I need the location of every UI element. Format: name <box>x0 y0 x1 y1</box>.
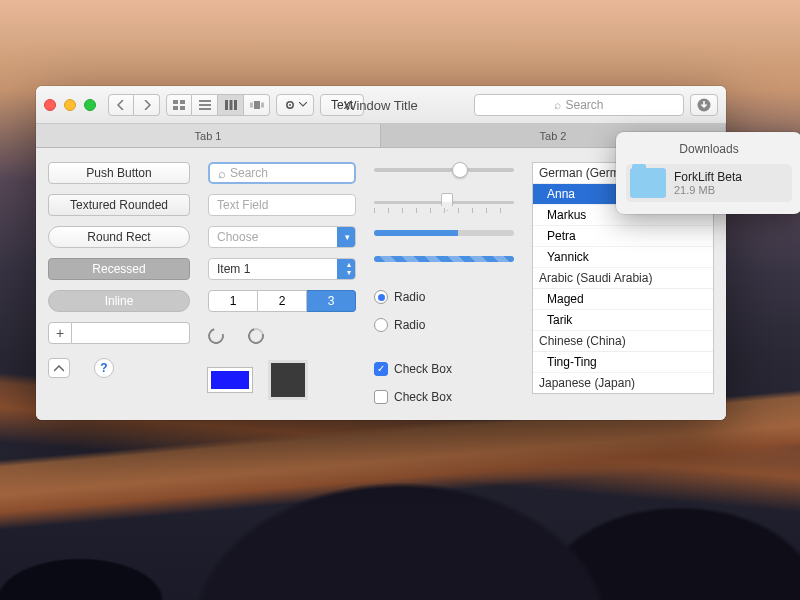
radio-icon <box>374 318 388 332</box>
slider[interactable] <box>374 162 514 178</box>
text-button[interactable]: Text <box>320 94 364 116</box>
bottom-row: ? <box>48 358 190 378</box>
push-button[interactable]: Push Button <box>48 162 190 184</box>
controls-column: Radio Radio Check Box Check Box <box>374 162 514 404</box>
round-rect-button[interactable]: Round Rect <box>48 226 190 248</box>
downloads-button[interactable] <box>690 94 718 116</box>
inputs-column: Search Text Field Choose ▾ Item 1 ▴▾ 1 2… <box>208 162 356 404</box>
search-placeholder: Search <box>230 166 268 180</box>
search-input[interactable]: Search <box>208 162 356 184</box>
list-item[interactable]: Tarik <box>533 310 713 331</box>
radio-label: Radio <box>394 290 425 304</box>
checkbox-icon <box>374 390 388 404</box>
progress-bar <box>374 230 514 236</box>
recessed-button[interactable]: Recessed <box>48 258 190 280</box>
slider-track <box>374 168 514 172</box>
view-coverflow-icon[interactable] <box>244 94 270 116</box>
close-icon[interactable] <box>44 99 56 111</box>
checkbox-1[interactable]: Check Box <box>374 362 514 376</box>
add-row: + <box>48 322 190 344</box>
svg-rect-10 <box>254 101 260 109</box>
back-button[interactable] <box>108 94 134 116</box>
slider-thumb[interactable] <box>452 162 468 178</box>
svg-rect-0 <box>173 100 178 104</box>
view-list-icon[interactable] <box>192 94 218 116</box>
svg-rect-2 <box>173 106 178 110</box>
svg-rect-8 <box>229 100 232 110</box>
slider-ticks[interactable] <box>374 194 514 210</box>
toolbar-search-input[interactable]: ⌕ Search <box>474 94 684 116</box>
radio-2[interactable]: Radio <box>374 318 514 332</box>
chevron-up-icon <box>54 365 64 372</box>
progress-circle-icon <box>245 325 267 347</box>
segment-1[interactable]: 1 <box>208 290 258 312</box>
textured-rounded-button[interactable]: Textured Rounded <box>48 194 190 216</box>
progress-fill <box>374 230 458 236</box>
progress-fill <box>374 256 514 262</box>
downloads-popover: Downloads ForkLift Beta 21.9 MB <box>616 132 800 214</box>
checkbox-label: Check Box <box>394 362 452 376</box>
toolbar-search-placeholder: Search <box>565 98 603 112</box>
segment-3[interactable]: 3 <box>307 290 356 312</box>
svg-rect-6 <box>199 108 211 110</box>
svg-rect-4 <box>199 100 211 102</box>
gear-icon <box>284 99 296 111</box>
action-menu-button[interactable] <box>276 94 314 116</box>
tab-1[interactable]: Tab 1 <box>36 124 381 147</box>
folder-icon <box>630 168 666 198</box>
window: Text Window Title ⌕ Search Tab 1 Tab 2 P… <box>36 86 726 420</box>
well-row <box>208 360 356 400</box>
slider-thumb[interactable] <box>441 193 453 211</box>
spinner-row <box>208 328 356 344</box>
radio-label: Radio <box>394 318 425 332</box>
list-item[interactable]: Yannick <box>533 247 713 268</box>
svg-rect-11 <box>250 102 253 107</box>
help-button[interactable]: ? <box>94 358 114 378</box>
add-field[interactable] <box>72 322 190 344</box>
text-field[interactable]: Text Field <box>208 194 356 216</box>
popover-title: Downloads <box>626 142 792 156</box>
text-placeholder: Text Field <box>217 198 268 212</box>
segment-2[interactable]: 2 <box>258 290 307 312</box>
list-item[interactable]: Ting-Ting <box>533 352 713 373</box>
search-icon: ⌕ <box>554 98 561 112</box>
nav-group <box>108 94 160 116</box>
forward-button[interactable] <box>134 94 160 116</box>
stepper-icon: ▴▾ <box>347 261 351 277</box>
image-well[interactable] <box>268 360 308 400</box>
view-icon-icon[interactable] <box>166 94 192 116</box>
svg-rect-9 <box>234 100 237 110</box>
inline-button[interactable]: Inline <box>48 290 190 312</box>
combo-box[interactable]: Choose ▾ <box>208 226 356 248</box>
list-item[interactable]: Maged <box>533 289 713 310</box>
minimize-icon[interactable] <box>64 99 76 111</box>
color-well[interactable] <box>208 368 252 392</box>
list-item[interactable]: Petra <box>533 226 713 247</box>
download-item[interactable]: ForkLift Beta 21.9 MB <box>626 164 792 202</box>
popup-value: Item 1 <box>217 262 250 276</box>
disclosure-button[interactable] <box>48 358 70 378</box>
chevron-down-icon <box>299 102 307 107</box>
svg-rect-12 <box>261 102 264 107</box>
checkbox-2[interactable]: Check Box <box>374 390 514 404</box>
buttons-column: Push Button Textured Rounded Round Rect … <box>48 162 190 404</box>
list-group-header: Japanese (Japan) <box>533 373 713 394</box>
chevron-down-icon: ▾ <box>345 232 350 242</box>
list-group-header: Chinese (China) <box>533 331 713 352</box>
add-button[interactable]: + <box>48 322 72 344</box>
radio-icon <box>374 290 388 304</box>
view-mode-group <box>166 94 270 116</box>
titlebar: Text Window Title ⌕ Search <box>36 86 726 124</box>
combo-placeholder: Choose <box>217 230 258 244</box>
download-meta: ForkLift Beta 21.9 MB <box>674 170 742 196</box>
radio-1[interactable]: Radio <box>374 290 514 304</box>
checkbox-icon <box>374 362 388 376</box>
zoom-icon[interactable] <box>84 99 96 111</box>
popup-button[interactable]: Item 1 ▴▾ <box>208 258 356 280</box>
view-column-icon[interactable] <box>218 94 244 116</box>
svg-point-14 <box>289 104 291 106</box>
svg-rect-1 <box>180 100 185 104</box>
list-group-header: Arabic (Saudi Arabia) <box>533 268 713 289</box>
download-size: 21.9 MB <box>674 184 742 196</box>
svg-rect-5 <box>199 104 211 106</box>
